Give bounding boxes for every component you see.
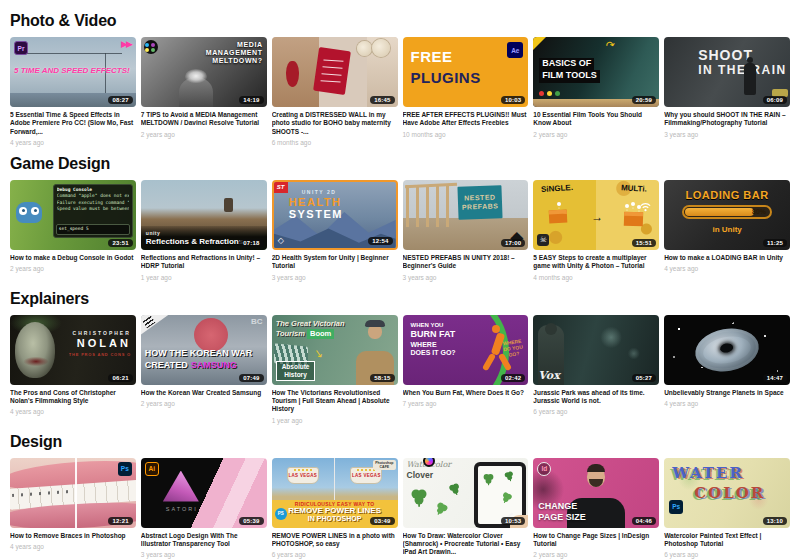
video-card[interactable]: SiNGLE. MULTi. → ☠ 15:51 5 EASY Steps to… (533, 180, 659, 281)
video-thumbnail[interactable]: Vox 05:27 (533, 315, 659, 385)
video-title[interactable]: Jurassic Park was ahead of its time. Jur… (533, 389, 659, 406)
video-age: 4 months ago (533, 274, 659, 281)
video-thumbnail[interactable]: SiNGLE. MULTi. → ☠ 15:51 (533, 180, 659, 250)
video-thumbnail[interactable]: SATORI Ai 05:39 (141, 458, 267, 528)
video-thumbnail[interactable]: FREE PLUGINS Ae 10:03 (403, 37, 529, 107)
video-thumbnail[interactable]: BASICS OF FILM TOOLS 20:59 (533, 37, 659, 107)
video-title[interactable]: How to Remove Braces in Photoshop (10, 532, 136, 540)
video-title[interactable]: NESTED PREFABS IN UNITY 2018! – Beginner… (403, 254, 529, 271)
video-card[interactable]: BASICS OF FILM TOOLS 20:59 10 Essential … (533, 37, 659, 146)
video-card[interactable]: SATORI Ai 05:39 Abstract Logo Design Wit… (141, 458, 267, 560)
video-card[interactable]: Ps 12:21 How to Remove Braces in Photosh… (10, 458, 136, 560)
duration-badge: 13:10 (763, 517, 787, 525)
video-title[interactable]: How the Korean War Created Samsung (141, 389, 267, 397)
video-card[interactable]: Pr ▶▶ 5 TIME AND SPEED EFFECTS! 08:27 5 … (10, 37, 136, 146)
thumbnail-headline: HEALTH (289, 196, 342, 208)
video-card[interactable]: Watercolor Clover (403, 458, 529, 560)
video-title[interactable]: The Pros and Cons of Christopher Nolan's… (10, 389, 136, 406)
video-grid: Debug Console Command "apple" does not e… (10, 180, 790, 281)
joker-mouth-graphic (24, 357, 48, 366)
video-card[interactable]: CHRISTOPHER NOLAN THE PROS AND CONS OF 0… (10, 315, 136, 424)
video-thumbnail[interactable]: Watercolor Clover (403, 458, 529, 528)
video-thumbnail[interactable]: 14:47 (664, 315, 790, 385)
video-title[interactable]: Reflections and Refractions in Unity! – … (141, 254, 267, 271)
video-card[interactable]: 14:47 Unbelievably Strange Planets in Sp… (664, 315, 790, 424)
video-thumbnail[interactable]: NESTED PREFABS ◆ 17:00 (403, 180, 529, 250)
video-thumbnail[interactable]: The Great Victorian TourismBoom Absolute… (272, 315, 398, 385)
thumbnail-headline: SiNGLE. (541, 183, 574, 194)
section-title-photo-video: Photo & Video (10, 12, 790, 30)
video-title[interactable]: 2D Health System for Unity | Beginner Tu… (272, 254, 398, 271)
video-title[interactable]: 10 Essential Film Tools You Should Know … (533, 111, 659, 128)
video-thumbnail[interactable]: CHRISTOPHER NOLAN THE PROS AND CONS OF 0… (10, 315, 136, 385)
thumbnail-headline: MEDIA MANAGEMENT MELTDOWN? (206, 41, 263, 64)
video-thumbnail[interactable]: WHEN YOU BURN FAT WHERE DOES IT GO? WHER… (403, 315, 529, 385)
logo-text: SATORI (166, 506, 198, 512)
video-title[interactable]: Why you should SHOOT IN THE RAIN – Filmm… (664, 111, 790, 128)
video-card[interactable]: WHEN YOU BURN FAT WHERE DOES IT GO? WHER… (403, 315, 529, 424)
video-card[interactable]: BC HOW THE KOREAN WAR CREATEDSAMSUNG 07:… (141, 315, 267, 424)
thumbnail-headline: PLUGINS (411, 69, 481, 86)
video-title[interactable]: Watercolor Painted Text Effect | Photosh… (664, 532, 790, 549)
video-title[interactable]: 7 TIPS to Avoid a MEDIA Management MELTD… (141, 111, 267, 128)
video-thumbnail[interactable]: WATER COLOR Ps 13:10 (664, 458, 790, 528)
video-title[interactable]: Unbelievably Strange Planets in Space (664, 389, 790, 397)
video-title[interactable]: Creating a DISTRESSED WALL in my photo s… (272, 111, 398, 136)
red-ribbon-graphic (313, 47, 351, 95)
planet-hole-graphic (720, 342, 734, 353)
video-age: 4 years ago (10, 408, 136, 415)
video-title[interactable]: FREE AFTER EFFECTS PLUGINS!! Must Have A… (403, 111, 529, 128)
video-card[interactable]: WATER COLOR Ps 13:10 Watercolor Painted … (664, 458, 790, 560)
unity-logo: unity (146, 230, 160, 236)
video-thumbnail[interactable]: Pr ▶▶ 5 TIME AND SPEED EFFECTS! 08:27 (10, 37, 136, 107)
wood-studs-graphic (406, 185, 452, 227)
video-card[interactable]: Vox 05:27 Jurassic Park was ahead of its… (533, 315, 659, 424)
video-card[interactable]: ST UNITY 2D HEALTH SYSTEM ◇ 12:54 2D Hea… (272, 180, 398, 281)
video-title[interactable]: How The Victorians Revolutionised Touris… (272, 389, 398, 414)
console-input: set_speed 5 (56, 224, 130, 235)
video-thumbnail[interactable]: 16:45 (272, 37, 398, 107)
video-card[interactable]: CHANGE PAGE SIZE Id 04:46 How to Change … (533, 458, 659, 560)
video-thumbnail[interactable]: LAS VEGAS LAS VEGAS Photoshop CAFE RIDIC… (272, 458, 398, 528)
premiere-pro-icon: Pr (14, 41, 28, 55)
video-card[interactable]: Debug Console Command "apple" does not e… (10, 180, 136, 281)
video-card[interactable]: SHOOT IN THE RAIN 06:09 Why you should S… (664, 37, 790, 146)
section-explainers: Explainers CHRISTOPHER NOLAN THE PROS AN… (10, 290, 790, 424)
video-age: 2 years ago (533, 551, 659, 558)
video-card[interactable]: NESTED PREFABS ◆ 17:00 NESTED PREFABS IN… (403, 180, 529, 281)
photoshop-icon: Ps (118, 462, 132, 476)
thumbnail-headline: CHANGE (538, 501, 577, 511)
video-thumbnail[interactable]: CHANGE PAGE SIZE Id 04:46 (533, 458, 659, 528)
debug-console-graphic: Debug Console Command "apple" does not e… (53, 184, 133, 238)
video-title[interactable]: REMOVE POWER LINES in a photo with PHOTO… (272, 532, 398, 549)
video-card[interactable]: LOADING BAR 80% in Unity 11:25 How to ma… (664, 180, 790, 281)
video-card[interactable]: 16:45 Creating a DISTRESSED WALL in my p… (272, 37, 398, 146)
video-library-page: Photo & Video Pr ▶▶ 5 TIME AND SPEED EFF… (0, 0, 800, 560)
video-age: 3 years ago (141, 551, 267, 558)
video-title[interactable]: How to make a Debug Console in Godot (10, 254, 136, 262)
loading-percent: 80% (752, 208, 766, 215)
video-thumbnail[interactable]: MEDIA MANAGEMENT MELTDOWN? 14:19 (141, 37, 267, 107)
video-age: 3 years ago (272, 274, 398, 281)
video-title[interactable]: How to make a LOADING BAR in Unity (664, 254, 790, 262)
video-card[interactable]: FREE PLUGINS Ae 10:03 FREE AFTER EFFECTS… (403, 37, 529, 146)
video-title[interactable]: How To Draw: Watercolor Clover (Shamrock… (403, 532, 529, 557)
video-title[interactable]: 5 Essential Time & Speed Effects in Adob… (10, 111, 136, 136)
video-card[interactable]: MEDIA MANAGEMENT MELTDOWN? 14:19 7 TIPS … (141, 37, 267, 146)
video-title[interactable]: Abstract Logo Design With The Illustrato… (141, 532, 267, 549)
video-thumbnail[interactable]: Debug Console Command "apple" does not e… (10, 180, 136, 250)
video-card[interactable]: LAS VEGAS LAS VEGAS Photoshop CAFE RIDIC… (272, 458, 398, 560)
video-thumbnail[interactable]: Ps 12:21 (10, 458, 136, 528)
video-card[interactable]: unity Reflections & Refractions 07:18 Re… (141, 180, 267, 281)
video-thumbnail[interactable]: ST UNITY 2D HEALTH SYSTEM ◇ 12:54 (272, 180, 398, 250)
video-thumbnail[interactable]: BC HOW THE KOREAN WAR CREATEDSAMSUNG 07:… (141, 315, 267, 385)
video-age: 2 years ago (141, 131, 267, 138)
clover-graphic (429, 499, 450, 522)
video-card[interactable]: The Great Victorian TourismBoom Absolute… (272, 315, 398, 424)
video-title[interactable]: How to Change Page Sizes | InDesign Tuto… (533, 532, 659, 549)
video-thumbnail[interactable]: SHOOT IN THE RAIN 06:09 (664, 37, 790, 107)
video-title[interactable]: When You Burn Fat, Where Does It Go? (403, 389, 529, 397)
video-thumbnail[interactable]: LOADING BAR 80% in Unity 11:25 (664, 180, 790, 250)
video-title[interactable]: 5 EASY Steps to create a multiplayer gam… (533, 254, 659, 271)
video-thumbnail[interactable]: unity Reflections & Refractions 07:18 (141, 180, 267, 250)
